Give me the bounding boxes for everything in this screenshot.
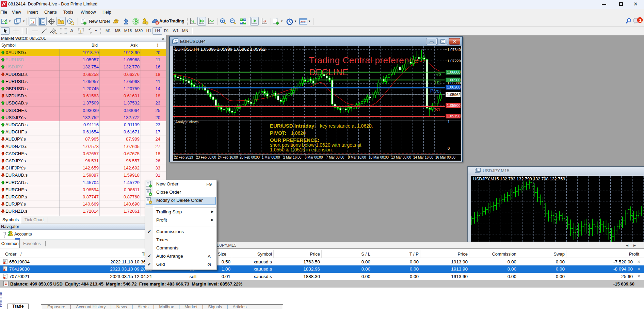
svg-text:1.05962: 1.05962	[447, 93, 461, 97]
svg-text:1.0620: 1.0620	[291, 130, 306, 136]
svg-text:7 Mar 08:00: 7 Mar 08:00	[326, 156, 344, 159]
svg-text:16 Mar 00:00: 16 Mar 00:00	[435, 156, 455, 159]
svg-text:22 Feb 2023: 22 Feb 2023	[174, 156, 193, 159]
svg-text:10 Mar 00:00: 10 Mar 00:00	[369, 156, 389, 159]
svg-text:Pivot: Pivot	[430, 88, 441, 94]
svg-text:PIVOT:: PIVOT:	[270, 130, 286, 136]
svg-text:1.06380: 1.06380	[447, 81, 461, 85]
svg-text:1.07220: 1.07220	[447, 59, 461, 63]
svg-text:2 Mar 16:00: 2 Mar 16:00	[283, 156, 302, 159]
svg-text:1: 1	[639, 18, 642, 23]
svg-text:1.0550 & 1.0515 in extension.: 1.0550 & 1.0515 in extension.	[270, 147, 333, 152]
svg-text:1.06800: 1.06800	[447, 70, 461, 74]
svg-text:S1: S1	[435, 107, 440, 112]
svg-text:T: T	[80, 29, 82, 33]
svg-text:USDJPY,M15 132.783 132.799 13: USDJPY,M15 132.783 132.799 132.708 132.7…	[473, 177, 565, 181]
svg-text:1.06200: 1.06200	[447, 85, 461, 89]
svg-text:23 Feb 08:00: 23 Feb 08:00	[196, 156, 216, 159]
svg-text:EUR/USD Intraday:: EUR/USD Intraday:	[270, 123, 316, 129]
svg-text:28 Feb 00:00: 28 Feb 00:00	[240, 156, 260, 159]
svg-text:0: 0	[448, 146, 450, 150]
svg-text:24 Feb 16:00: 24 Feb 16:00	[218, 156, 238, 159]
svg-text:E: E	[55, 31, 57, 34]
svg-text:1.05500: 1.05500	[447, 103, 461, 108]
svg-text:F: F	[66, 31, 67, 34]
svg-text:EURUSD,H4 1.05896 1.05989 1.0: EURUSD,H4 1.05896 1.05989 1.05862 1.0596…	[175, 47, 265, 52]
svg-text:6 Mar 00:00: 6 Mar 00:00	[305, 156, 323, 159]
svg-text:.Analyst Views: .Analyst Views	[174, 120, 199, 124]
svg-text:R3: R3	[435, 72, 441, 77]
svg-text:1: 1	[448, 120, 450, 124]
svg-text:Trading Central preference: Trading Central preference	[309, 55, 419, 65]
svg-text:8 Mar 16:00: 8 Mar 16:00	[348, 156, 366, 159]
svg-text:1.07640: 1.07640	[447, 48, 461, 52]
svg-text:key resistance at 1.0620.: key resistance at 1.0620.	[320, 123, 373, 129]
svg-text:1 Mar 08:00: 1 Mar 08:00	[262, 156, 280, 159]
svg-text:14 Mar 16:00: 14 Mar 16:00	[413, 156, 433, 159]
svg-text:R2: R2	[435, 80, 441, 85]
svg-text:13 Mar 08:00: 13 Mar 08:00	[391, 156, 411, 159]
svg-text:1.05150: 1.05150	[447, 114, 461, 118]
